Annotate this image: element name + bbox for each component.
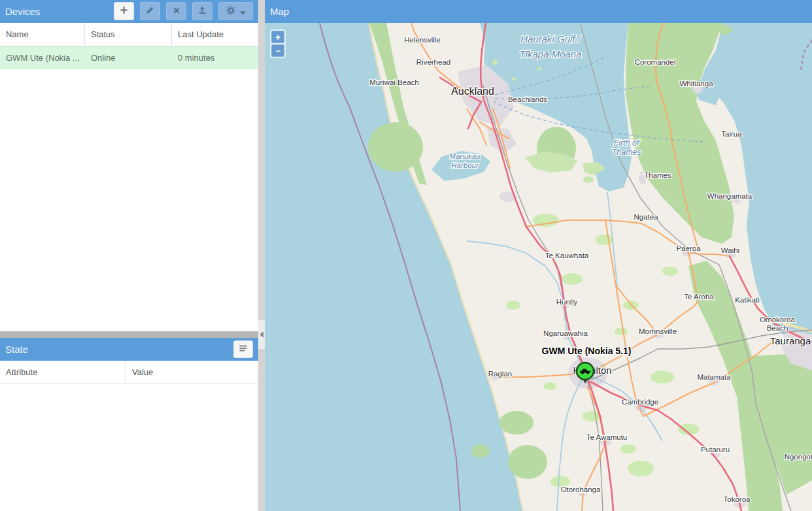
horizontal-splitter[interactable] [0, 331, 258, 338]
map-label: Coromandel [635, 58, 676, 66]
map-zoom-control: + − [270, 29, 286, 58]
upload-device-button[interactable] [192, 2, 212, 20]
devices-table-header: Name Status Last Update [0, 23, 258, 46]
gear-icon [226, 5, 236, 18]
devices-toolbar [114, 2, 253, 20]
devices-column-status[interactable]: Status [85, 23, 172, 46]
vertical-splitter[interactable] [258, 0, 265, 511]
map-label: Te Kauwhata [545, 252, 589, 259]
map-label: Otorohanga [561, 486, 601, 493]
device-cell: 0 minutes [172, 53, 258, 63]
list-icon [238, 343, 248, 355]
map-label: Whitianga [679, 80, 713, 88]
device-cell: GWM Ute (Nokia ... [0, 53, 85, 63]
devices-table: Name Status Last Update GWM Ute (Nokia .… [0, 23, 258, 69]
map-label: Paeroa [676, 244, 701, 252]
settings-dropdown-button[interactable] [218, 2, 253, 20]
add-device-button[interactable] [114, 2, 134, 20]
devices-panel-title: Devices [5, 6, 40, 17]
devices-panel: Devices [0, 0, 258, 331]
state-column-attribute[interactable]: Attribute [0, 361, 126, 384]
map-label: Firth of [614, 139, 640, 148]
x-icon [172, 6, 181, 17]
chevron-down-icon [240, 6, 246, 17]
map-label: Hauraki Gulf / [520, 33, 582, 44]
devices-column-name[interactable]: Name [0, 23, 85, 46]
map-label: Katikati [735, 296, 760, 304]
device-marker-label: GWM Ute (Nokia 5.1) [542, 346, 632, 356]
map-label: Thames [644, 171, 671, 179]
map-label: Ngatea [634, 213, 658, 221]
state-panel-header: State [0, 338, 258, 361]
zoom-out-button[interactable]: − [271, 44, 284, 57]
map-panel-title: Map [270, 6, 289, 17]
state-table-header: Attribute Value [0, 361, 258, 384]
remove-device-button[interactable] [166, 2, 186, 20]
map-label: Tokoroa [724, 495, 751, 503]
map-label: Cambridge [622, 398, 658, 406]
plus-icon [119, 5, 129, 17]
device-row[interactable]: GWM Ute (Nokia ...Online0 minutes [0, 46, 258, 69]
map-label: Waihi [721, 246, 739, 254]
map-label: Manukau [449, 152, 481, 160]
upload-icon [197, 5, 207, 17]
map-label: Huntly [556, 298, 578, 306]
map-label: Beachlands [508, 95, 547, 103]
map-label: Harbour [451, 161, 479, 169]
state-list-button[interactable] [233, 340, 253, 358]
map-label: Raglan [488, 370, 512, 378]
map-label: Tairua [721, 130, 742, 138]
map-label: Putaruru [701, 446, 730, 453]
edit-device-button[interactable] [140, 2, 160, 20]
state-column-value[interactable]: Value [126, 361, 258, 384]
device-cell: Online [85, 53, 172, 63]
zoom-in-button[interactable]: + [271, 31, 284, 43]
app: Devices [0, 0, 812, 511]
map-label: Te Aroha [684, 293, 714, 301]
map-label: Whangamata [707, 192, 753, 200]
map-label: Auckland [451, 86, 494, 97]
devices-panel-header: Devices [0, 0, 258, 23]
map-label: Matamata [697, 373, 731, 381]
map-panel-header: Map [265, 0, 812, 23]
pencil-icon [145, 5, 155, 17]
devices-column-last-update[interactable]: Last Update [172, 23, 258, 46]
map-label: Morrinsville [639, 327, 677, 335]
map-label: Omokoroa [760, 316, 795, 323]
map-label: Helensville [404, 36, 441, 44]
map-label: Te Awamutu [586, 433, 627, 441]
map-label: Muriwai Beach [369, 78, 418, 86]
map-label: Ngongotaha [785, 453, 812, 461]
map-svg: Hauraki Gulf /Tīkapa MoanaFirth ofThames… [265, 23, 812, 511]
state-table: Attribute Value [0, 361, 258, 384]
map-label: Ngaruawahia [543, 329, 588, 337]
state-panel-title: State [5, 344, 28, 355]
devices-table-body: GWM Ute (Nokia ...Online0 minutes [0, 46, 258, 69]
map-label: Tīkapa Moana [519, 48, 581, 59]
map-label: Beach [767, 324, 788, 332]
state-panel: State Attribute Value [0, 338, 258, 511]
map-label: Thames [611, 148, 641, 157]
map-canvas[interactable]: Hauraki Gulf /Tīkapa MoanaFirth ofThames… [265, 23, 812, 511]
map-label: Tauranga [770, 335, 811, 346]
collapse-left-icon[interactable] [260, 331, 263, 338]
map-label: Riverhead [416, 58, 450, 66]
map-panel: Map [265, 0, 812, 511]
